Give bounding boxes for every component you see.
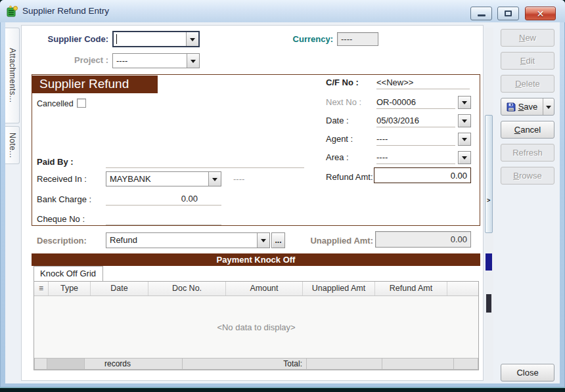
edit-button: Edit	[501, 52, 554, 70]
footer-total-label: Total:	[183, 359, 306, 369]
delete-button-label: Delete	[515, 79, 540, 89]
description-label: Description:	[37, 236, 87, 246]
bank-charge-field[interactable]: 0.00	[106, 192, 221, 206]
description-combobox[interactable]: Refund	[106, 232, 270, 248]
chevron-down-icon	[261, 239, 266, 245]
chevron-down-icon	[212, 178, 217, 184]
refresh-button-label: Refresh	[512, 148, 543, 158]
grid-column-date[interactable]: Date	[91, 282, 148, 295]
received-in-dropdown-button[interactable]	[208, 172, 221, 186]
refund-amt-input[interactable]: 0.00	[374, 167, 471, 183]
close-window-button[interactable]: ✕	[525, 7, 556, 20]
tab-note[interactable]: Note...	[5, 126, 20, 164]
paid-by-field[interactable]	[106, 155, 304, 168]
agent-dropdown-button[interactable]	[458, 133, 471, 146]
next-no-field: OR-00006	[376, 96, 455, 109]
close-icon: ✕	[537, 9, 545, 18]
supplier-code-dropdown-button[interactable]	[186, 32, 198, 46]
date-dropdown-button[interactable]	[458, 114, 471, 127]
paid-by-label: Paid By :	[37, 157, 74, 167]
project-combobox[interactable]: ----	[112, 53, 200, 68]
area-label: Area :	[326, 152, 349, 162]
scrollbar-mark	[486, 294, 491, 313]
browse-button: Browse	[501, 167, 554, 185]
footer-cell	[47, 359, 84, 369]
titlebar[interactable]: Supplier Refund Entry ✕	[0, 0, 565, 22]
grid-column-doc-no-[interactable]: Doc No.	[148, 282, 226, 295]
next-no-label: Next No :	[326, 97, 361, 107]
project-value[interactable]: ----	[113, 54, 187, 68]
save-button[interactable]: Save	[501, 98, 554, 116]
client-area: Attachments... Note... Supplier Code: Cu…	[5, 22, 560, 383]
description-value[interactable]: Refund	[106, 233, 257, 248]
chevron-down-icon	[462, 156, 467, 162]
grid-menu-icon[interactable]: ≡	[34, 282, 49, 295]
grid-footer-row: records Total:	[34, 358, 478, 370]
footer-cell	[307, 359, 382, 369]
scrollbar-mark	[486, 253, 492, 271]
splitter-collapse-arrow[interactable]: >	[487, 197, 490, 204]
grid-empty-text: <No data to display>	[217, 322, 295, 332]
grid-body: <No data to display>	[34, 296, 478, 358]
close-button-label: Close	[516, 368, 538, 378]
project-dropdown-button[interactable]	[187, 54, 199, 68]
chevron-down-icon	[191, 60, 196, 66]
received-in-combobox[interactable]: MAYBANK	[106, 171, 221, 186]
grid-column-amount[interactable]: Amount	[226, 282, 303, 295]
area-field[interactable]: ----	[376, 151, 455, 164]
cheque-no-field[interactable]	[106, 212, 221, 225]
chevron-down-icon	[546, 106, 551, 112]
supplier-code-label: Supplier Code:	[35, 34, 108, 44]
maximize-icon	[505, 11, 512, 16]
minimize-button[interactable]	[470, 7, 492, 20]
currency-field: ----	[337, 32, 378, 46]
payment-knockoff-banner: Payment Knock Off	[32, 253, 480, 266]
chevron-down-icon	[462, 138, 467, 144]
supplier-refund-window: Supplier Refund Entry ✕ Attachments... N…	[0, 0, 565, 387]
received-in-label: Received In :	[37, 174, 87, 184]
next-no-dropdown-button[interactable]	[458, 96, 471, 109]
unapplied-amt-label: Unapplied Amt:	[298, 236, 373, 246]
received-in-value[interactable]: MAYBANK	[106, 172, 208, 186]
floppy-disk-icon	[507, 102, 516, 112]
knockoff-grid-tab[interactable]: Knock Off Grid	[34, 266, 103, 281]
cancelled-checkbox[interactable]	[77, 98, 86, 108]
window-title: Supplier Refund Entry	[22, 6, 109, 16]
close-button[interactable]: Close	[501, 364, 554, 381]
grid-column-filler	[447, 282, 478, 295]
tab-attachments[interactable]: Attachments...	[5, 28, 20, 123]
description-dropdown-button[interactable]	[257, 233, 269, 248]
save-button-label: Save	[518, 102, 538, 112]
chevron-down-icon	[190, 38, 195, 44]
grid-column-type[interactable]: Type	[49, 282, 91, 295]
cancel-button[interactable]: Cancel	[501, 121, 554, 139]
tab-attachments-label: Attachments...	[8, 48, 17, 103]
supplier-code-value[interactable]	[114, 32, 186, 46]
bank-charge-label: Bank Charge :	[37, 194, 91, 204]
maximize-button[interactable]	[497, 7, 519, 20]
new-button: New	[501, 29, 554, 47]
knockoff-grid: ≡ TypeDateDoc No.AmountUnapplied AmtRefu…	[34, 281, 479, 370]
project-label: Project :	[35, 55, 108, 65]
grid-column-unapplied-amt[interactable]: Unapplied Amt	[303, 282, 375, 295]
agent-field[interactable]: ----	[376, 133, 455, 146]
cf-no-label: C/F No :	[326, 77, 359, 87]
date-label: Date :	[326, 116, 349, 125]
received-in-suffix: ----	[233, 174, 244, 184]
footer-cell	[382, 359, 453, 369]
refund-section-title: Supplier Refund	[32, 76, 158, 93]
footer-cell	[35, 359, 47, 369]
grid-column-refund-amt[interactable]: Refund Amt	[375, 282, 447, 295]
vertical-scrollbar-thumb[interactable]	[485, 115, 493, 233]
footer-records-label: records	[85, 359, 182, 369]
app-icon	[7, 5, 18, 17]
save-dropdown-arrow[interactable]	[543, 98, 554, 115]
supplier-code-combobox[interactable]	[112, 31, 200, 47]
date-field[interactable]: 05/03/2016	[376, 114, 455, 127]
refund-amt-label: Refund Amt:	[326, 172, 373, 182]
desktop-strip	[0, 387, 565, 392]
footer-cell	[454, 359, 478, 369]
area-dropdown-button[interactable]	[458, 151, 471, 164]
chevron-down-icon	[462, 120, 467, 125]
description-ellipsis-button[interactable]: ...	[271, 232, 285, 248]
